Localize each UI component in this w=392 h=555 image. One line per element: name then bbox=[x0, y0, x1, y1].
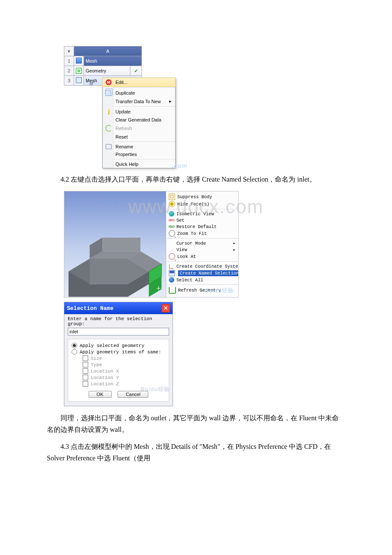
iso-restore-icon: ISO bbox=[169, 224, 174, 229]
menu-item-label: Cursor Mode bbox=[176, 241, 206, 246]
radio-unselected-icon[interactable] bbox=[72, 349, 77, 355]
paragraph-text: 4.3 点击左侧模型树中的 Mesh，出现 Details of "Mesh"，… bbox=[47, 443, 331, 462]
paragraph-4-2: 4.2 左键点击选择入口平面，再单击右键，选择 Create Named Sel… bbox=[47, 173, 345, 185]
option-label: Type bbox=[91, 362, 102, 367]
menu-separator bbox=[113, 87, 175, 88]
radio-selected-icon[interactable] bbox=[72, 343, 77, 348]
menu-item-label: Create Coordinate System bbox=[176, 264, 239, 269]
menu-item-label: Transfer Data To New bbox=[115, 99, 161, 104]
schematic-dropdown-arrow[interactable]: ▾ bbox=[64, 46, 74, 56]
menu-item-label: Update bbox=[115, 109, 130, 114]
option-same-location-z: Location Z bbox=[83, 381, 165, 387]
mesh-cell-icon bbox=[76, 77, 82, 83]
menu-item-label: Isometric View bbox=[176, 211, 214, 217]
schematic-row-num: 1 bbox=[64, 56, 74, 66]
menu-item-cursor-mode[interactable]: Cursor Mode▸ bbox=[166, 240, 238, 246]
menu-item-label: Clear Generated Data bbox=[115, 117, 161, 122]
document-page: ▾ A 1 Mesh 2 D Geometry ✔ 3 Mesh M bbox=[0, 0, 392, 494]
schematic-col-header: A bbox=[74, 46, 142, 56]
menu-item-duplicate[interactable]: Duplicate bbox=[103, 89, 175, 97]
ok-button[interactable]: OK bbox=[89, 391, 112, 398]
menu-separator bbox=[166, 284, 238, 285]
option-label: Apply geometry items of same: bbox=[80, 350, 161, 355]
geometry-status-ok-icon: ✔ bbox=[130, 66, 142, 76]
menu-item-look-at[interactable]: Look At bbox=[166, 253, 238, 260]
cancel-button[interactable]: Cancel bbox=[118, 391, 148, 398]
menu-item-quick-help[interactable]: Quick Help bbox=[103, 160, 175, 168]
paragraph-4-3: 4.3 点击左侧模型树中的 Mesh，出现 Details of "Mesh"，… bbox=[47, 441, 345, 464]
menu-item-label: Quick Help bbox=[115, 162, 138, 167]
blank-icon bbox=[169, 240, 174, 246]
option-apply-selected-geometry[interactable]: Apply selected geometry bbox=[72, 343, 165, 348]
figure-geometry-context-menu: Suppress Body Hide Face(s) Isometric Vie… bbox=[64, 191, 239, 298]
duplicate-icon bbox=[105, 90, 111, 96]
menu-separator bbox=[166, 209, 238, 209]
figure-2-wrapper: Suppress Body Hide Face(s) Isometric Vie… bbox=[47, 191, 345, 298]
menu-item-rename[interactable]: Rename bbox=[103, 143, 175, 150]
menu-item-zoom-to-fit[interactable]: Zoom To Fit bbox=[166, 230, 238, 237]
menu-item-label: Restore Default bbox=[176, 224, 217, 229]
watermark-text: Baidu经验 bbox=[205, 287, 234, 295]
menu-item-label: Refresh bbox=[115, 126, 132, 131]
dialog-titlebar[interactable]: Selection Name ✕ bbox=[64, 302, 173, 314]
menu-item-clear-generated[interactable]: Clear Generated Data bbox=[103, 116, 175, 124]
select-all-icon bbox=[169, 277, 174, 283]
schematic-row-num: 3 bbox=[64, 76, 74, 86]
option-label: Location X bbox=[91, 369, 119, 374]
menu-item-properties[interactable]: Properties bbox=[103, 150, 175, 158]
checkbox-icon bbox=[83, 368, 88, 374]
mesh-cell-icon-cell bbox=[74, 76, 84, 86]
edit-mesh-icon: M bbox=[106, 79, 112, 85]
option-same-type: Type bbox=[83, 362, 165, 367]
checkbox-icon bbox=[83, 375, 88, 380]
menu-item-label: Reset bbox=[115, 134, 128, 139]
option-apply-items-of-same[interactable]: Apply geometry items of same: bbox=[72, 349, 165, 355]
watermark-text: .com bbox=[172, 162, 187, 169]
menu-item-transfer-data[interactable]: Transfer Data To New ▸ bbox=[103, 97, 175, 105]
menu-item-isometric-view[interactable]: Isometric View bbox=[166, 211, 238, 217]
menu-item-refresh: Refresh bbox=[103, 124, 175, 133]
checkbox-icon bbox=[83, 362, 88, 367]
refresh-icon bbox=[105, 125, 112, 132]
geometry-cell[interactable]: Geometry bbox=[84, 66, 130, 76]
dialog-title: Selection Name bbox=[67, 305, 113, 312]
iso-set-icon: ISO bbox=[169, 217, 174, 223]
schematic-col-header-label: A bbox=[106, 49, 109, 54]
menu-item-update[interactable]: Update bbox=[103, 107, 175, 116]
mesh-system-icon bbox=[76, 58, 82, 64]
paragraph-text: 4.2 左键点击选择入口平面，再单击右键，选择 Create Named Sel… bbox=[61, 176, 316, 183]
menu-separator bbox=[166, 261, 238, 262]
geometry-cell-icon-cell: D bbox=[74, 66, 84, 76]
menu-item-view[interactable]: View▸ bbox=[166, 246, 238, 253]
menu-item-edit[interactable]: M Edit... bbox=[102, 78, 176, 87]
menu-separator bbox=[113, 142, 175, 142]
mesh-system-title[interactable]: Mesh bbox=[84, 56, 142, 66]
dialog-close-button[interactable]: ✕ bbox=[161, 304, 170, 312]
coord-sys-icon bbox=[169, 263, 174, 269]
dialog-body: Enter a name for the selection group: Ap… bbox=[64, 314, 173, 406]
menu-item-restore-default[interactable]: ISORestore Default bbox=[166, 223, 238, 230]
menu-item-reset[interactable]: Reset bbox=[103, 133, 175, 141]
figure-mesh-context-menu: ▾ A 1 Mesh 2 D Geometry ✔ 3 Mesh M bbox=[64, 46, 183, 168]
menu-item-label: Select All bbox=[176, 278, 203, 283]
menu-item-select-all[interactable]: Select All bbox=[166, 277, 238, 283]
menu-item-label: Zoom To Fit bbox=[177, 231, 207, 236]
menu-item-suppress-body[interactable]: Suppress Body bbox=[166, 193, 238, 200]
designmodeler-icon: D bbox=[76, 68, 82, 74]
submenu-caret-icon: ▸ bbox=[233, 247, 236, 252]
submenu-caret-icon: ▸ bbox=[233, 240, 236, 246]
menu-item-set[interactable]: ISOSet bbox=[166, 217, 238, 223]
geometry-3d-model[interactable] bbox=[64, 220, 166, 297]
menu-item-create-coord-sys[interactable]: Create Coordinate System bbox=[166, 263, 238, 269]
menu-item-create-named-selection[interactable]: Create Named Selection bbox=[166, 269, 238, 277]
selection-name-input[interactable] bbox=[68, 328, 169, 335]
blank-icon bbox=[169, 247, 174, 252]
checkbox-icon bbox=[83, 356, 88, 361]
named-selection-icon bbox=[169, 270, 175, 276]
menu-item-hide-face[interactable]: Hide Face(s) bbox=[166, 200, 238, 208]
option-label: Apply selected geometry bbox=[80, 343, 144, 348]
dialog-options-group: Apply selected geometry Apply geometry i… bbox=[68, 339, 169, 402]
option-label: Size bbox=[91, 356, 102, 361]
checkbox-icon bbox=[83, 381, 88, 387]
dialog-button-row: OK Cancel bbox=[72, 391, 165, 398]
